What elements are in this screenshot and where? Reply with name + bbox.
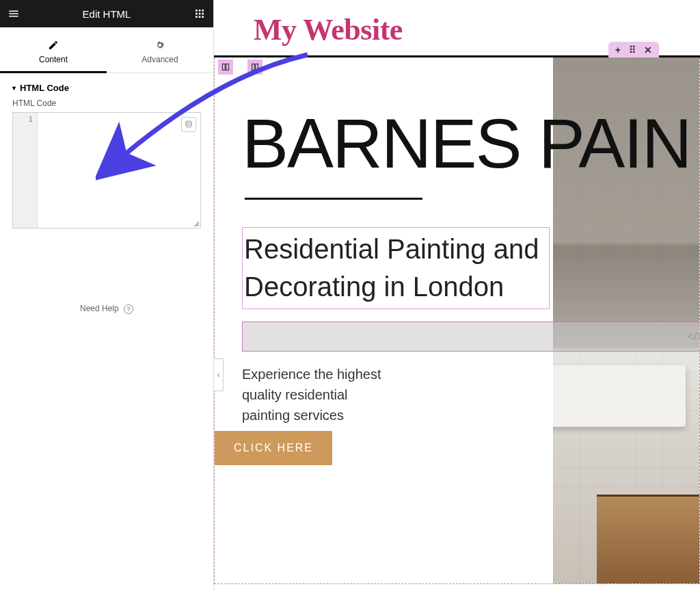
panel-collapse-button[interactable]: ‹ [214,358,224,391]
svg-rect-2 [202,10,204,12]
hero-body-text[interactable]: Experience the highest quality residenti… [242,364,392,425]
html-code-editor[interactable]: 1 [12,112,201,228]
add-section-button[interactable]: + [615,44,621,55]
svg-rect-3 [196,13,198,15]
svg-rect-0 [196,10,198,12]
resize-handle-icon[interactable] [192,220,199,226]
editor-sidebar: Edit HTML Content Advanced ▾ HTML Code H… [0,0,214,591]
database-icon [185,120,193,129]
pencil-icon [48,40,59,51]
section-html-code[interactable]: ▾ HTML Code [0,73,213,98]
svg-point-9 [186,121,191,123]
column-handle-2[interactable] [247,60,262,75]
preview-canvas: My Website + ⠿ ✕ ‹ BARNES PAIN [214,0,700,591]
caret-down-icon: ▾ [12,84,16,92]
gear-icon [154,40,165,51]
need-help-text: Need Help [80,304,119,313]
delete-section-button[interactable]: ✕ [644,44,652,55]
decor-cabinet [597,495,699,583]
hamburger-icon[interactable] [5,5,22,22]
hero-subheading: Residential Painting and Decorating in L… [244,231,548,306]
hero-section[interactable]: ‹ BARNES PAIN Residential Painting and D… [214,57,700,584]
need-help-link[interactable]: Need Help ? [0,228,213,314]
chevron-left-icon: ‹ [217,370,220,380]
svg-rect-5 [202,13,204,15]
sidebar-tabs: Content Advanced [0,27,213,73]
tab-advanced[interactable]: Advanced [107,27,213,73]
line-gutter: 1 [13,113,38,228]
column-handle-1[interactable] [218,60,233,75]
svg-rect-11 [226,64,229,70]
hero-left-column[interactable]: BARNES PAIN Residential Painting and Dec… [215,57,553,583]
sidebar-title: Edit HTML [22,8,191,20]
field-label-html-code: HTML Code [0,98,213,112]
help-icon: ? [124,304,133,314]
section-controls: + ⠿ ✕ [608,42,659,58]
hero-heading[interactable]: BARNES PAIN [242,57,553,179]
apps-grid-icon[interactable] [191,5,208,22]
html-widget-placeholder[interactable]: </> [242,321,700,352]
tab-content-label: Content [39,55,68,64]
svg-rect-7 [199,16,201,18]
drag-section-handle[interactable]: ⠿ [629,44,636,55]
svg-rect-12 [252,64,255,70]
code-icon: </> [688,330,700,343]
heading-underline [245,198,422,200]
subheading-widget[interactable]: Residential Painting and Decorating in L… [242,227,550,309]
svg-rect-8 [202,16,204,18]
tab-advanced-label: Advanced [142,55,178,64]
dynamic-tags-button[interactable] [181,117,196,132]
decor-sink [553,365,686,427]
svg-rect-4 [199,13,201,15]
section-heading-text: HTML Code [20,83,69,93]
svg-rect-10 [223,64,226,70]
code-textarea[interactable] [38,113,200,228]
tab-content[interactable]: Content [0,27,107,73]
svg-rect-6 [196,16,198,18]
svg-rect-1 [199,10,201,12]
cta-button[interactable]: CLICK HERE [215,431,332,465]
svg-rect-13 [256,64,258,70]
line-number: 1 [28,115,33,124]
sidebar-header: Edit HTML [0,0,213,27]
